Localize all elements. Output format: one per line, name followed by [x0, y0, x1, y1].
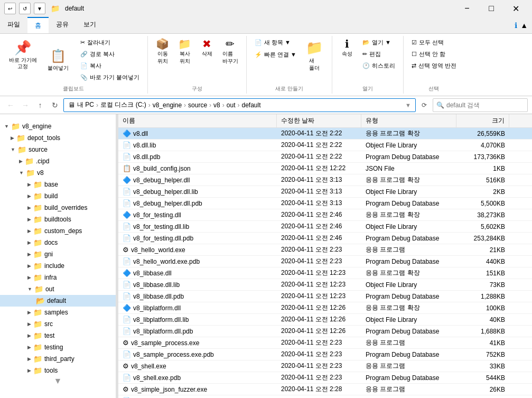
invert-select-button[interactable]: ⇄ 선택 영역 반전 — [408, 60, 460, 71]
path-source[interactable]: source — [188, 101, 207, 109]
select-none-button[interactable]: ☐ 선택 안 함 — [408, 49, 460, 60]
address-dropdown[interactable]: ▼ — [405, 102, 411, 108]
quick-dropdown[interactable]: ▼ — [34, 3, 45, 14]
sidebar-item-samples[interactable]: ▶ 📁 samples — [0, 307, 116, 318]
up-button[interactable]: ↑ — [34, 99, 46, 112]
col-header-date[interactable]: 수정한 날짜 — [277, 114, 361, 127]
file-row[interactable]: 📄 v8.dll.pdb 2020-04-11 오전 2:22 Program … — [118, 151, 532, 163]
rename-button[interactable]: ✏ 이름바꾸기 — [219, 37, 242, 67]
open-button[interactable]: 📂 열기 ▼ — [359, 37, 399, 48]
file-row[interactable]: 📄 v8_debug_helper.dll.pdb 2020-04-11 오전 … — [118, 198, 532, 209]
sidebar-item-src[interactable]: ▶ 📁 src — [0, 318, 116, 330]
edit-button[interactable]: ✏ 편집 — [359, 49, 399, 60]
sidebar-item-docs[interactable]: ▶ 📁 docs — [0, 237, 116, 248]
file-row[interactable]: 📄 v8_hello_world.exe.pdb 2020-04-11 오전 2… — [118, 256, 532, 267]
sidebar-scroll-indicator[interactable]: ▼ — [0, 376, 116, 387]
new-folder-button[interactable]: 📁 새폴더 — [301, 37, 328, 75]
quick-undo[interactable]: ↩ — [4, 3, 16, 14]
copy-button[interactable]: 📄 복사 — [77, 60, 143, 71]
sidebar-item-out[interactable]: ▼ 📁 out — [0, 283, 116, 295]
maximize-button[interactable]: □ — [479, 0, 503, 17]
sidebar-item-test[interactable]: ▶ 📁 test — [0, 330, 116, 341]
path-drive[interactable]: 로컬 디스크 (C:) — [100, 100, 146, 109]
quick-access-button[interactable]: ⚡ 빠른 연결 ▼ — [251, 49, 300, 60]
file-row[interactable]: 🔷 v8.dll 2020-04-11 오전 2:22 응용 프로그램 확장 2… — [118, 128, 532, 140]
properties-button[interactable]: ℹ 속성 — [337, 37, 358, 59]
tab-share[interactable]: 공유 — [49, 17, 76, 33]
file-row[interactable]: 🔷 v8_libplatform.dll 2020-04-11 오전 12:26… — [118, 302, 532, 314]
sidebar-item-infra[interactable]: ▶ 📁 infra — [0, 272, 116, 283]
sidebar-item-third-party[interactable]: ▶ 📁 third_party — [0, 353, 116, 365]
tab-file[interactable]: 파일 — [0, 17, 27, 33]
file-row[interactable]: 📄 v8_shell.exe.pdb 2020-04-11 오전 2:23 Pr… — [118, 372, 532, 384]
close-button[interactable]: ✕ — [503, 0, 528, 17]
file-row[interactable]: 📄 v8_libbase.dll.pdb 2020-04-11 오전 12:23… — [118, 291, 532, 302]
file-row[interactable]: ⚙ v8_shell.exe 2020-04-11 오전 2:23 응용 프로그… — [118, 360, 532, 372]
file-row[interactable]: 📄 v8_sample_process.exe.pdb 2020-04-11 오… — [118, 349, 532, 360]
file-row[interactable]: 📄 v8_for_testing.dll.pdb 2020-04-11 오전 2… — [118, 233, 532, 244]
file-row[interactable]: 📄 v8_libplatform.dll.pdb 2020-04-11 오전 1… — [118, 326, 532, 337]
file-row[interactable]: 📋 v8_build_config.json 2020-04-11 오전 12:… — [118, 163, 532, 174]
sidebar-item-base[interactable]: ▶ 📁 base — [0, 179, 116, 190]
refresh-button[interactable]: ↻ — [49, 99, 61, 112]
sidebar-item-include[interactable]: ▶ 📁 include — [0, 260, 116, 272]
sidebar-item-cipd[interactable]: ▶ 📁 .cipd — [0, 155, 116, 167]
search-box[interactable]: 🔍 — [433, 98, 528, 112]
file-row[interactable]: 📄 v8.dll.lib 2020-04-11 오전 2:22 Object F… — [118, 140, 532, 151]
sidebar-item-custom-deps[interactable]: ▶ 📁 custom_deps — [0, 225, 116, 237]
sidebar-item-source[interactable]: ▼ 📁 source — [0, 144, 116, 155]
quick-redo[interactable]: ↺ — [19, 3, 31, 14]
path-pc[interactable]: 내 PC — [77, 100, 94, 109]
minimize-button[interactable]: − — [455, 0, 479, 17]
file-row[interactable]: 🔷 v8_for_testing.dll 2020-04-11 오전 2:46 … — [118, 209, 532, 221]
path-out[interactable]: out — [227, 101, 236, 109]
path-v8[interactable]: v8 — [213, 101, 220, 109]
sidebar-item-build[interactable]: ▶ 📁 build — [0, 190, 116, 202]
move-button[interactable]: 📦 이동위치 — [152, 37, 173, 67]
file-row[interactable]: ⚙ v8_sample_process.exe 2020-04-11 오전 2:… — [118, 337, 532, 349]
pin-button[interactable]: 📌 바로 가기에고정 — [4, 37, 42, 72]
sidebar-item-tools[interactable]: ▶ 📁 tools — [0, 365, 116, 376]
sidebar-item-default[interactable]: 📂 default — [0, 295, 116, 307]
file-row[interactable]: 🔷 v8_libbase.dll 2020-04-11 오전 12:23 응용 … — [118, 267, 532, 279]
col-header-type[interactable]: 유형 — [361, 114, 456, 127]
col-header-size[interactable]: 크기 — [456, 114, 509, 127]
tab-home[interactable]: 홈 — [27, 17, 49, 33]
address-box[interactable]: 🖥 내 PC › 로컬 디스크 (C:) › v8_engine › sourc… — [63, 98, 416, 112]
copy-to-button[interactable]: 📁 복사위치 — [174, 37, 195, 67]
arrow-source: ▼ — [11, 147, 15, 152]
cut-button[interactable]: ✂ 잘라내기 — [77, 37, 143, 48]
shortcut-paste-button[interactable]: 📎 바로 가기 붙여넣기 — [77, 72, 143, 83]
back-button[interactable]: ← — [4, 99, 17, 112]
file-row[interactable]: 📄 v8_libplatform.dll.lib 2020-04-11 오전 1… — [118, 314, 532, 326]
file-row[interactable]: 📄 v8_simple_json_fuzzer.exe.pdb 2020-04-… — [118, 395, 532, 398]
sidebar-item-buildtools[interactable]: ▶ 📁 buildtools — [0, 214, 116, 225]
file-row[interactable]: 📄 v8_for_testing.dll.lib 2020-04-11 오전 2… — [118, 221, 532, 233]
delete-button[interactable]: ✖ 삭제 — [197, 37, 218, 59]
ribbon-toggle[interactable]: ▲ — [520, 21, 528, 30]
forward-button[interactable]: → — [19, 99, 32, 112]
path-copy-button[interactable]: 🔗 경로 복사 — [77, 49, 143, 60]
file-row[interactable]: ⚙ v8_simple_json_fuzzer.exe 2020-04-11 오… — [118, 384, 532, 395]
search-input[interactable] — [446, 101, 524, 109]
sidebar-item-v8[interactable]: ▼ 📁 v8 — [0, 167, 116, 179]
file-row[interactable]: ⚙ v8_hello_world.exe 2020-04-11 오전 2:23 … — [118, 244, 532, 256]
path-default[interactable]: default — [241, 101, 260, 109]
select-all-button[interactable]: ☑ 모두 선택 — [408, 37, 460, 48]
address-refresh[interactable]: ⟳ — [418, 99, 431, 112]
file-row[interactable]: 📄 v8_debug_helper.dll.lib 2020-04-11 오전 … — [118, 186, 532, 198]
col-header-name[interactable]: 이름 — [118, 114, 277, 127]
tab-view[interactable]: 보기 — [76, 17, 104, 33]
sidebar-item-testing[interactable]: ▶ 📁 testing — [0, 341, 116, 353]
history-button[interactable]: 🕐 히스토리 — [359, 60, 399, 71]
sidebar-item-depot-tools[interactable]: ▶ 📁 depot_tools — [0, 132, 116, 144]
file-row[interactable]: 📄 v8_libbase.dll.lib 2020-04-11 오전 12:23… — [118, 279, 532, 291]
help-icon[interactable]: ℹ — [515, 21, 517, 30]
path-v8engine[interactable]: v8_engine — [153, 101, 182, 109]
sidebar-item-build-overrides[interactable]: ▶ 📁 build_overrides — [0, 202, 116, 214]
new-item-button[interactable]: 📄 새 항목 ▼ — [251, 37, 300, 48]
file-row[interactable]: 🔷 v8_debug_helper.dll 2020-04-11 오전 3:13… — [118, 174, 532, 186]
sidebar-item-gni[interactable]: ▶ 📁 gni — [0, 248, 116, 260]
paste-button[interactable]: 📋 붙여넣기 — [43, 46, 73, 75]
sidebar-item-v8engine[interactable]: ▼ 📁 v8_engine — [0, 121, 116, 132]
